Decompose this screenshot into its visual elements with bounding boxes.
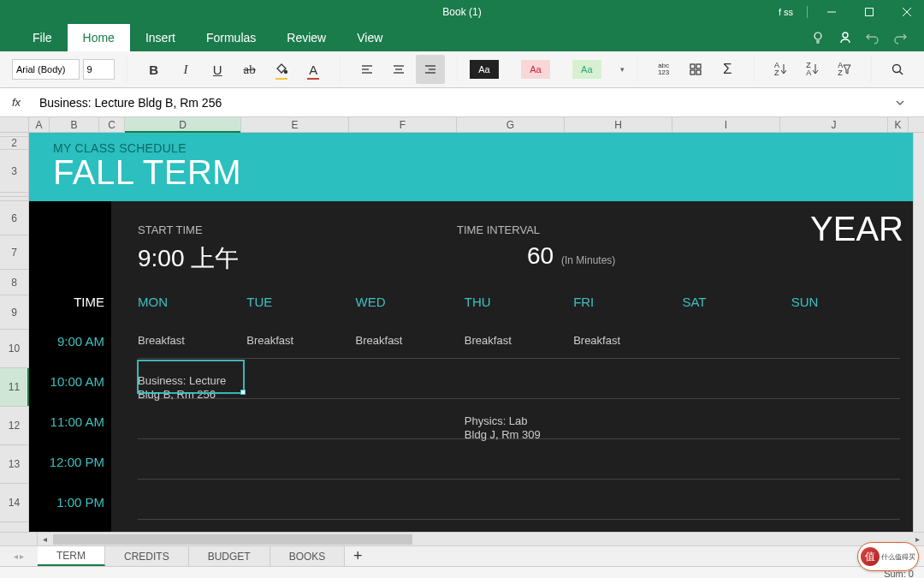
sort-asc-button[interactable]: AZ <box>767 55 795 84</box>
column-header-G[interactable]: G <box>457 117 565 132</box>
lightbulb-icon[interactable] <box>811 31 825 45</box>
menu-review[interactable]: Review <box>271 24 341 51</box>
row-header-8[interactable]: 8 <box>0 270 28 295</box>
scroll-thumb[interactable] <box>53 534 412 545</box>
schedule-cell[interactable] <box>682 414 791 443</box>
share-user-icon[interactable] <box>838 31 852 45</box>
schedule-cell[interactable] <box>356 374 465 402</box>
select-all-corner[interactable] <box>0 117 29 132</box>
column-header-K[interactable]: K <box>888 117 909 132</box>
row-header-9[interactable]: 9 <box>0 295 28 330</box>
undo-icon[interactable] <box>866 31 880 45</box>
row-header-13[interactable]: 13 <box>0 445 28 484</box>
align-left-button[interactable] <box>352 55 381 84</box>
schedule-cell[interactable] <box>682 374 791 402</box>
menu-file[interactable]: File <box>17 24 68 51</box>
row-header-12[interactable]: 12 <box>0 407 28 445</box>
chevron-down-icon[interactable]: ▾ <box>620 65 625 74</box>
column-header-J[interactable]: J <box>780 117 888 132</box>
status-bar: Sum: 0 <box>0 566 924 578</box>
schedule-cell[interactable] <box>682 334 791 348</box>
cell-style-bad[interactable]: Aa <box>521 60 550 79</box>
sort-desc-button[interactable]: ZA <box>798 55 826 84</box>
spreadsheet-grid[interactable]: 1234567891011121314 MY CLASS SCHEDULE FA… <box>0 133 924 532</box>
underline-button[interactable]: U <box>204 55 232 84</box>
schedule-cell[interactable]: Business: LectureBldg B, Rm 256 <box>138 374 246 402</box>
row-header-14[interactable]: 14 <box>0 484 28 522</box>
schedule-cell[interactable] <box>465 374 573 402</box>
formula-input[interactable]: Business: Lecture Bldg B, Rm 256 <box>31 96 895 110</box>
fx-icon[interactable]: fx <box>5 96 31 109</box>
sheet-tab-term[interactable]: TERM <box>38 546 105 566</box>
row-header-10[interactable]: 10 <box>0 330 28 368</box>
italic-button[interactable]: I <box>171 55 199 84</box>
column-header-B[interactable]: B <box>50 117 99 132</box>
column-header-D[interactable]: D <box>125 117 241 132</box>
font-color-button[interactable]: A <box>299 55 328 84</box>
scroll-right-button[interactable]: ▸ <box>910 533 924 545</box>
filter-button[interactable]: AZ <box>830 55 858 84</box>
column-header-C[interactable]: C <box>99 117 125 132</box>
sheet-tab-books[interactable]: BOOKS <box>270 546 346 566</box>
insert-cells-button[interactable] <box>681 55 709 84</box>
row-header-7[interactable]: 7 <box>0 235 28 270</box>
horizontal-scrollbar[interactable] <box>51 533 910 545</box>
row-header-2[interactable]: 2 <box>0 137 28 150</box>
scroll-left-button[interactable]: ◂ <box>38 533 51 545</box>
schedule-cell[interactable] <box>791 374 900 402</box>
schedule-cell[interactable] <box>246 414 355 443</box>
schedule-cell[interactable] <box>356 414 465 443</box>
align-right-button[interactable] <box>416 55 444 84</box>
align-center-button[interactable] <box>384 55 412 84</box>
bold-button[interactable]: B <box>139 55 168 84</box>
menu-formulas[interactable]: Formulas <box>191 24 271 51</box>
separator <box>127 57 127 82</box>
menu-view[interactable]: View <box>341 24 398 51</box>
schedule-cell[interactable] <box>791 334 900 348</box>
maximize-button[interactable] <box>852 0 886 24</box>
fill-color-button[interactable] <box>267 55 295 84</box>
menu-insert[interactable]: Insert <box>130 24 191 51</box>
font-size-select[interactable]: 9 <box>83 59 115 80</box>
sheet-tab-budget[interactable]: BUDGET <box>189 546 270 566</box>
font-name-select[interactable]: Arial (Body) <box>12 59 80 80</box>
strikethrough-button[interactable]: ab <box>235 55 264 84</box>
separator <box>871 57 872 82</box>
schedule-cell[interactable]: Physics: LabBldg J, Rm 309 <box>465 414 573 443</box>
cell-canvas[interactable]: MY CLASS SCHEDULE FALL TERM YEAR START T… <box>29 133 924 532</box>
schedule-cell[interactable] <box>791 414 900 443</box>
row-header-11[interactable]: 11 <box>0 368 28 407</box>
schedule-cell[interactable]: Breakfast <box>465 334 573 348</box>
autosum-button[interactable]: Σ <box>714 55 742 84</box>
svg-rect-20 <box>690 70 695 74</box>
tab-nav-buttons[interactable]: ◂ ▸ <box>0 546 38 566</box>
row-header-6[interactable]: 6 <box>0 201 28 235</box>
account-name[interactable]: f ss <box>779 7 793 17</box>
column-header-E[interactable]: E <box>241 117 349 132</box>
schedule-cell[interactable] <box>573 374 682 402</box>
menu-home[interactable]: Home <box>68 24 130 51</box>
add-sheet-button[interactable]: + <box>345 546 370 566</box>
formula-expand-button[interactable] <box>895 98 919 108</box>
redo-icon[interactable] <box>893 31 907 45</box>
schedule-cell[interactable] <box>573 414 682 443</box>
schedule-cell[interactable]: Breakfast <box>356 334 465 348</box>
schedule-cell[interactable]: Breakfast <box>246 334 355 348</box>
vertical-scrollbar[interactable] <box>913 133 924 532</box>
row-header-3[interactable]: 3 <box>0 150 28 193</box>
cell-style-dark[interactable]: Aa <box>470 60 499 79</box>
number-format-button[interactable]: abc123 <box>649 55 678 84</box>
column-header-I[interactable]: I <box>672 117 780 132</box>
schedule-cell[interactable]: Breakfast <box>573 334 682 348</box>
schedule-cell[interactable] <box>138 414 246 443</box>
sheet-tab-credits[interactable]: CREDITS <box>105 546 189 566</box>
column-header-A[interactable]: A <box>29 117 50 132</box>
schedule-cell[interactable]: Breakfast <box>138 334 246 348</box>
minimize-button[interactable] <box>814 0 849 24</box>
search-button[interactable] <box>884 55 912 84</box>
close-button[interactable] <box>890 0 924 24</box>
schedule-cell[interactable] <box>246 374 355 402</box>
column-header-F[interactable]: F <box>349 117 457 132</box>
column-header-H[interactable]: H <box>565 117 672 132</box>
cell-style-good[interactable]: Aa <box>572 60 601 79</box>
